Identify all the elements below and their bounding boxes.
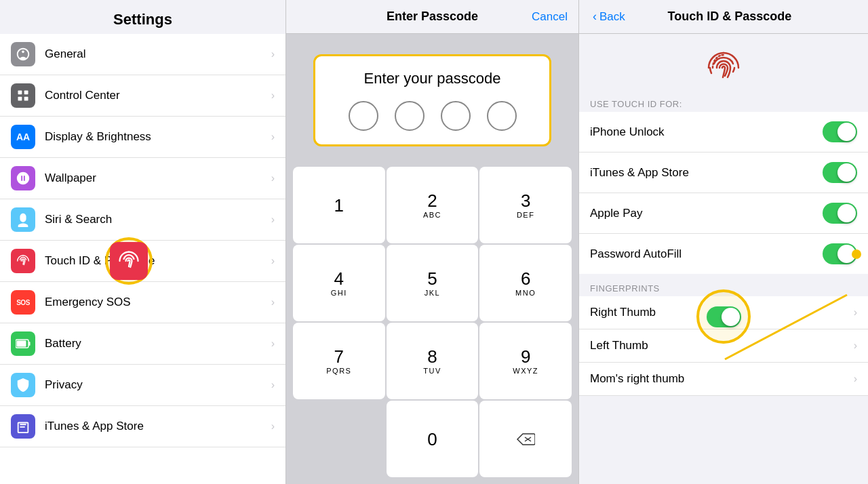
battery-icon [11,331,35,356]
touch-id-title: Touch ID & Passcode [632,9,827,24]
fingerprint-label-moms-right-thumb: Mom's right thumb [590,372,854,386]
passcode-dot-2 [395,101,425,131]
settings-item-privacy[interactable]: Privacy› [0,365,285,406]
passcode-title: Enter Passcode [387,9,478,24]
key-0[interactable]: 0 [387,401,479,477]
battery-chevron-icon: › [271,338,275,350]
touch-id-panel: ‹ Back Touch ID & Passcode USE TOUCH ID … [579,0,868,484]
svg-rect-6 [29,342,31,346]
itunes-app-store-label: iTunes & App Store [45,420,271,433]
toggle-label-itunes-app-store: iTunes & App Store [590,166,823,180]
fingerprint-chevron-left-thumb-icon: › [854,340,857,352]
touch-id-passcode-label: Touch ID & Passcode [45,254,271,268]
touch-id-highlight-circle [105,237,153,285]
control-center-icon [11,83,35,108]
toggle-list: iPhone UnlockiTunes & App StoreApple Pay… [579,112,868,274]
touch-id-large-icon [110,242,148,280]
privacy-chevron-icon: › [271,379,275,391]
fingerprint-list: Right Thumb›Left Thumb›Mom's right thumb… [579,296,868,396]
fingerprint-item-left-thumb[interactable]: Left Thumb› [579,329,868,363]
emergency-sos-icon: SOS [11,290,35,315]
key-7[interactable]: 7PQRS [293,323,385,399]
toggle-label-password-autofill: Password AutoFill [590,247,823,261]
privacy-label: Privacy [45,378,271,392]
toggle-switch-itunes-app-store[interactable] [823,162,857,183]
settings-item-battery[interactable]: Battery› [0,323,285,365]
settings-item-emergency-sos[interactable]: SOSEmergency SOS› [0,282,285,323]
key-8-letters: TUV [423,367,441,375]
settings-panel: Settings General›Control Center›AADispla… [0,0,286,484]
passcode-dot-3 [441,101,471,131]
passcode-display: Enter your passcode [313,54,551,146]
passcode-panel: Enter Passcode Cancel Enter your passcod… [286,0,579,484]
wallpaper-chevron-icon: › [271,172,275,184]
key-9-letters: WXYZ [513,367,538,375]
settings-item-general[interactable]: General› [0,34,285,75]
settings-item-itunes-app-store[interactable]: iTunes & App Store› [0,406,285,447]
general-label: General [45,47,271,61]
key-empty [293,401,385,477]
back-chevron-icon: ‹ [593,9,597,24]
fingerprint-chevron-right-thumb-icon: › [854,306,857,319]
key-3-number: 3 [521,192,530,209]
key-1[interactable]: 1 [293,167,385,243]
key-6[interactable]: 6MNO [479,245,572,321]
key-0-number: 0 [427,430,437,448]
key-5[interactable]: 5JKL [387,245,479,321]
key-2-number: 2 [427,192,437,209]
siri-search-icon [11,207,35,232]
key-6-letters: MNO [515,289,536,297]
svg-rect-0 [18,91,22,95]
settings-item-touch-id-passcode[interactable]: Touch ID & Passcode› [0,241,285,282]
delete-icon [516,432,535,446]
svg-rect-2 [18,97,22,101]
itunes-app-store-chevron-icon: › [271,420,275,432]
key-delete-button[interactable] [479,401,572,477]
general-icon [11,42,35,66]
fingerprint-icon [703,47,744,88]
key-6-number: 6 [521,270,530,287]
key-8[interactable]: 8TUV [387,323,479,399]
key-3-letters: DEF [517,211,535,219]
key-9-number: 9 [521,348,530,365]
toggle-item-iphone-unlock: iPhone Unlock [579,112,868,153]
settings-item-wallpaper[interactable]: Wallpaper› [0,158,285,199]
yellow-dot-annotation [852,249,861,259]
siri-search-chevron-icon: › [271,214,275,226]
toggle-switch-apple-pay[interactable] [823,203,857,224]
toggle-switch-iphone-unlock[interactable] [823,121,857,142]
passcode-dot-4 [487,101,517,131]
key-2[interactable]: 2ABC [387,167,479,243]
itunes-app-store-icon [11,414,35,439]
settings-item-display-brightness[interactable]: AADisplay & Brightness› [0,117,285,158]
settings-item-siri-search[interactable]: Siri & Search› [0,199,285,241]
fingerprint-icon-section [579,34,868,95]
key-5-letters: JKL [425,289,440,297]
display-brightness-icon: AA [11,125,35,149]
cancel-button[interactable]: Cancel [532,10,568,24]
key-2-letters: ABC [423,211,441,219]
wallpaper-label: Wallpaper [45,172,271,185]
key-9[interactable]: 9WXYZ [479,323,572,399]
key-3[interactable]: 3DEF [479,167,572,243]
back-label: Back [599,10,625,24]
fingerprint-label-right-thumb: Right Thumb [590,306,854,319]
key-4[interactable]: 4GHI [293,245,385,321]
fingerprint-item-right-thumb[interactable]: Right Thumb› [579,296,868,329]
emergency-sos-chevron-icon: › [271,296,275,308]
settings-title: Settings [113,11,172,28]
back-button[interactable]: ‹ Back [593,9,625,24]
passcode-dots [349,101,517,131]
key-7-letters: PQRS [326,367,351,375]
touch-id-content: USE TOUCH ID FOR: iPhone UnlockiTunes & … [579,34,868,484]
fingerprint-label-left-thumb: Left Thumb [590,339,854,352]
svg-rect-3 [24,97,28,101]
touch-id-passcode-icon [11,249,35,273]
settings-item-control-center[interactable]: Control Center› [0,75,285,117]
settings-header: Settings [0,0,285,34]
battery-label: Battery [45,337,271,350]
fingerprint-item-moms-right-thumb[interactable]: Mom's right thumb› [579,363,868,396]
key-5-number: 5 [427,270,437,287]
key-1-number: 1 [334,197,344,214]
svg-rect-1 [24,91,28,95]
